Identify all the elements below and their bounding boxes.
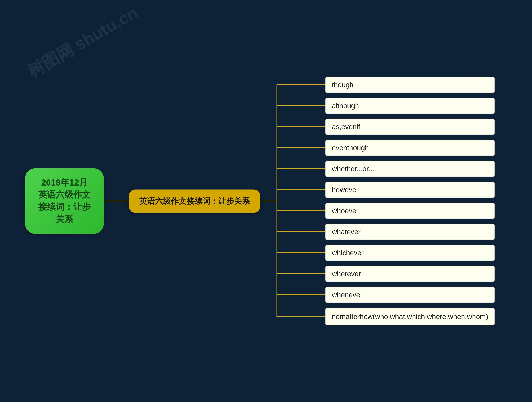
leaf-node-0: though [325, 77, 494, 92]
leaf-node-11: nomatterhow(who,what,which,where,when,wh… [325, 308, 494, 325]
middle-label: 英语六级作文接续词：让步关系 [139, 196, 250, 205]
leaf-nodes-container: thoughalthoughas,evenifeventhoughwhether… [325, 74, 494, 328]
leaf-node-2: as,evenif [325, 118, 494, 135]
leaf-node-5: however [325, 182, 494, 198]
leaf-node-7: whatever [325, 224, 494, 240]
leaf-node-9: wherever [325, 266, 494, 282]
leaf-node-8: whichever [325, 245, 494, 261]
leaf-node-10: whenever [325, 287, 494, 303]
mindmap-container: 树图网 shutu.cn 树图网 shutu.cn 树图网 shutu.cn 树… [0, 0, 532, 402]
leaf-node-6: whoever [325, 202, 494, 219]
leaf-node-4: whether...or... [325, 161, 494, 176]
root-label: 2018年12月英语六级作文接续词：让步关系 [38, 178, 91, 224]
leaf-node-3: eventhough [325, 140, 494, 156]
middle-node: 英语六级作文接续词：让步关系 [129, 189, 260, 213]
root-node: 2018年12月英语六级作文接续词：让步关系 [25, 168, 104, 234]
leaf-node-1: although [325, 97, 494, 114]
